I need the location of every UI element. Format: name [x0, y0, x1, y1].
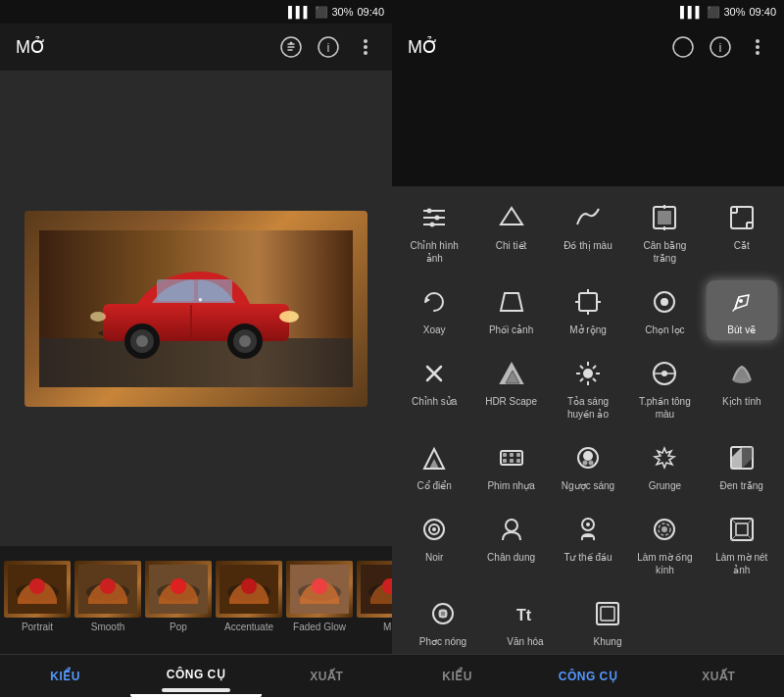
- tools-row-6: Phơc nóng Tt Văn hóa Khung: [392, 586, 784, 654]
- tu-the-dau-icon: [570, 512, 606, 547]
- thumb-pop[interactable]: Pop: [145, 561, 212, 639]
- svg-point-18: [239, 335, 251, 347]
- tool-xoay[interactable]: Xoay: [399, 280, 469, 340]
- svg-point-111: [662, 526, 667, 532]
- right-tab-congtou[interactable]: CÔNG CỤ: [522, 655, 653, 697]
- thumb-label-smooth: Smooth: [91, 622, 124, 632]
- tool-toa-sang[interactable]: Tỏa sánghuyền ảo: [553, 352, 623, 424]
- noir-icon: [416, 512, 452, 547]
- svg-point-41: [673, 37, 693, 57]
- tool-lam-mo-ong-kinh[interactable]: Làm mờ ốngkính: [629, 508, 700, 580]
- svg-line-84: [580, 378, 583, 381]
- right-share-button[interactable]: [672, 36, 694, 58]
- svg-rect-96: [516, 459, 520, 463]
- svg-point-77: [583, 369, 593, 378]
- hdr-scape-icon: [494, 356, 529, 391]
- thumb-label-pop: Pop: [170, 622, 187, 632]
- right-battery: ⬛ 30%: [707, 6, 745, 19]
- svg-point-15: [136, 335, 148, 347]
- svg-point-4: [364, 39, 368, 43]
- right-top-icons: i: [672, 36, 768, 58]
- tool-van-hoa[interactable]: Tt Văn hóa: [490, 592, 561, 652]
- right-tab-xuat[interactable]: XUẤT: [654, 655, 784, 697]
- thumb-accentuate[interactable]: Accentuate: [216, 561, 282, 639]
- svg-rect-55: [658, 211, 671, 224]
- tool-phoc-nong[interactable]: Phơc nóng: [408, 592, 478, 652]
- left-info-button[interactable]: i: [318, 36, 339, 58]
- svg-point-20: [90, 312, 106, 322]
- tool-cat[interactable]: Cắt: [707, 196, 777, 269]
- tool-label-lam-mo-net-anh: Làm mờ nétảnh: [715, 551, 767, 576]
- tools-row-5: Noir Chân dung: [392, 502, 784, 586]
- left-share-button[interactable]: [280, 36, 302, 58]
- t-phan-tong-mau-icon: [647, 356, 682, 391]
- svg-text:Tt: Tt: [516, 607, 532, 623]
- tool-tu-the-dau[interactable]: Tư thế đầu: [553, 508, 623, 580]
- left-panel: ▌▌▌ ⬛ 30% 09:40 MỞ i: [0, 0, 392, 697]
- right-top-bar: MỞ i: [392, 24, 784, 71]
- thumb-faded-glow[interactable]: Faded Glow: [286, 561, 353, 639]
- right-more-button[interactable]: [747, 36, 768, 58]
- tool-noir[interactable]: Noir: [399, 508, 469, 580]
- right-status-bar: ▌▌▌ ⬛ 30% 09:40: [392, 0, 784, 24]
- svg-point-51: [435, 216, 440, 221]
- thumb-portrait[interactable]: Portrait: [4, 561, 71, 639]
- tool-phim-nhua[interactable]: Phim nhựa: [476, 436, 547, 496]
- thumb-mo[interactable]: Mo: [357, 561, 392, 639]
- tool-label-khung: Khung: [594, 635, 622, 648]
- tool-nguoc-sang[interactable]: Ngược sáng: [553, 436, 623, 496]
- tool-chan-dung[interactable]: Chân dung: [476, 508, 547, 580]
- svg-rect-95: [510, 459, 514, 463]
- tool-khung[interactable]: Khung: [572, 592, 643, 652]
- nguoc-sang-icon: [570, 440, 606, 475]
- tool-chinh-sua[interactable]: Chỉnh sửa: [399, 352, 469, 424]
- tool-label-kich-tinh: Kịch tính: [722, 395, 761, 408]
- tool-label-mo-rong: Mở rộng: [569, 324, 607, 336]
- tools-grid: Chỉnh hìnhảnh Chi tiết Đồ thị màu: [392, 186, 784, 654]
- thumb-smooth[interactable]: Smooth: [74, 561, 141, 639]
- toa-sang-icon: [570, 356, 606, 391]
- left-tab-congtou[interactable]: CÔNG CỤ: [130, 655, 261, 697]
- left-tab-kieu[interactable]: KIỂU: [0, 655, 130, 697]
- tool-label-chinh-sua: Chỉnh sửa: [412, 395, 457, 408]
- can-bang-trang-icon: [647, 200, 682, 235]
- tool-do-thi-mau[interactable]: Đồ thị màu: [553, 196, 623, 269]
- tool-can-bang-trang[interactable]: Cân bằngtrắng: [629, 196, 700, 269]
- do-thi-mau-icon: [570, 200, 606, 235]
- right-tab-kieu[interactable]: KIỂU: [392, 655, 522, 697]
- left-more-button[interactable]: [355, 36, 376, 58]
- tool-lam-mo-net-anh[interactable]: Làm mờ nétảnh: [707, 508, 777, 580]
- right-info-button[interactable]: i: [710, 36, 731, 58]
- tool-chi-tiet[interactable]: Chi tiết: [476, 196, 547, 269]
- tool-hdr-scape[interactable]: HDR Scape: [476, 352, 547, 424]
- tool-co-dien[interactable]: Cổ điển: [399, 436, 469, 496]
- tool-t-phan-tong-mau[interactable]: T.phần tôngmàu: [629, 352, 700, 424]
- svg-rect-65: [579, 293, 597, 311]
- tool-den-trang[interactable]: Đen trắng: [707, 436, 777, 496]
- tool-phoi-canh[interactable]: Phối cảnh: [476, 280, 547, 340]
- tool-label-toa-sang: Tỏa sánghuyền ảo: [567, 395, 609, 421]
- tool-label-grunge: Grunge: [649, 479, 681, 492]
- tool-kich-tinh[interactable]: Kịch tính: [707, 352, 777, 424]
- xoay-icon: [416, 284, 452, 320]
- tool-chon-loc[interactable]: Chọn lọc: [629, 280, 700, 340]
- right-signal: ▌▌▌: [680, 6, 703, 18]
- tool-label-t-phan-tong-mau: T.phần tôngmàu: [639, 395, 691, 421]
- tool-but-ve[interactable]: Bút vẽ: [707, 280, 777, 340]
- mo-rong-icon: [570, 284, 606, 320]
- svg-point-52: [430, 223, 435, 227]
- right-top-section: ▌▌▌ ⬛ 30% 09:40 MỞ i: [392, 0, 784, 186]
- tool-grunge[interactable]: Grunge: [629, 436, 700, 496]
- tool-label-chon-loc: Chọn lọc: [645, 324, 684, 336]
- lam-mo-net-anh-icon: [724, 512, 760, 547]
- chon-loc-icon: [647, 284, 682, 320]
- tool-label-can-bang-trang: Cân bằngtrắng: [643, 239, 686, 265]
- tool-label-cat: Cắt: [734, 239, 750, 252]
- svg-point-1: [290, 42, 293, 45]
- svg-point-88: [662, 371, 667, 376]
- tool-chinh-hinh-anh[interactable]: Chỉnh hìnhảnh: [399, 196, 469, 269]
- left-tab-xuat[interactable]: XUẤT: [262, 655, 392, 697]
- den-trang-icon: [724, 440, 760, 475]
- tool-mo-rong[interactable]: Mở rộng: [553, 280, 623, 340]
- phoi-canh-icon: [494, 284, 529, 320]
